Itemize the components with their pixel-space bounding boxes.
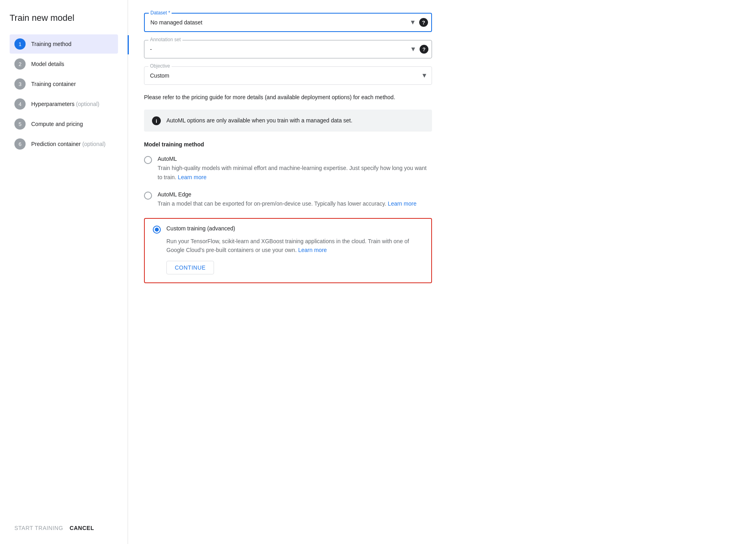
active-step-bar [128, 35, 129, 54]
sidebar-step-1[interactable]: 1Training method [10, 34, 118, 54]
objective-chevron-icon[interactable]: ▼ [420, 72, 428, 80]
annotation-set-field-icons: ▼ ? [409, 45, 428, 54]
objective-value: Custom [150, 72, 412, 79]
objective-field-icons: ▼ [420, 72, 428, 80]
objective-label: Objective [148, 63, 172, 69]
page-title: Train new model [10, 13, 118, 23]
objective-field-group: Objective Custom ▼ [144, 66, 740, 85]
custom-training-radio-inner [155, 228, 159, 232]
step-circle-2: 2 [14, 58, 26, 70]
dataset-help-icon[interactable]: ? [419, 18, 428, 27]
step-circle-4: 4 [14, 98, 26, 110]
step-circle-3: 3 [14, 78, 26, 90]
cancel-button[interactable]: CANCEL [70, 525, 94, 531]
sidebar-step-5[interactable]: 5Compute and pricing [10, 114, 118, 134]
custom-training-title: Custom training (advanced) [166, 225, 235, 232]
dataset-field-icons: ▼ ? [409, 18, 428, 27]
dataset-chevron-icon[interactable]: ▼ [409, 18, 417, 26]
dataset-label: Dataset * [149, 10, 172, 16]
sidebar-actions: START TRAINING CANCEL [10, 518, 118, 531]
step-label-4: Hyperparameters (optional) [31, 101, 99, 107]
sidebar-step-3[interactable]: 3Training container [10, 74, 118, 94]
custom-training-radio[interactable] [153, 226, 161, 234]
continue-button[interactable]: CONTINUE [166, 261, 214, 274]
sidebar-step-6[interactable]: 6Prediction container (optional) [10, 134, 118, 154]
automl-edge-title: AutoML Edge [158, 191, 416, 198]
sidebar-step-4[interactable]: 4Hyperparameters (optional) [10, 94, 118, 114]
main-content: Dataset * No managed dataset ▼ ? Annotat… [128, 0, 756, 544]
info-banner: i AutoML options are only available when… [144, 110, 432, 132]
sidebar-step-2[interactable]: 2Model details [10, 54, 118, 74]
automl-edge-content: AutoML Edge Train a model that can be ex… [158, 191, 416, 208]
info-banner-icon: i [152, 116, 161, 125]
step-circle-1: 1 [14, 38, 26, 50]
sidebar: Train new model 1Training method2Model d… [0, 0, 128, 544]
start-training-button[interactable]: START TRAINING [14, 525, 63, 531]
step-circle-5: 5 [14, 118, 26, 130]
step-label-1: Training method [31, 41, 72, 47]
annotation-chevron-icon[interactable]: ▼ [409, 45, 417, 53]
step-label-2: Model details [31, 61, 64, 67]
annotation-help-icon[interactable]: ? [420, 45, 428, 54]
automl-desc: Train high-quality models with minimal e… [158, 164, 432, 182]
custom-training-box: Custom training (advanced) Run your Tens… [144, 218, 432, 284]
annotation-set-select[interactable]: Annotation set - ▼ ? [144, 40, 432, 58]
annotation-set-value: - [150, 46, 412, 52]
step-label-5: Compute and pricing [31, 121, 83, 127]
automl-radio[interactable] [144, 156, 152, 164]
custom-training-desc: Run your TensorFlow, scikit-learn and XG… [166, 237, 423, 255]
custom-training-header: Custom training (advanced) [153, 225, 423, 234]
info-text: Please refer to the pricing guide for mo… [144, 93, 432, 102]
dataset-value: No managed dataset [150, 19, 412, 26]
annotation-set-label: Annotation set [148, 37, 182, 42]
step-circle-6: 6 [14, 138, 26, 150]
custom-training-learn-more-link[interactable]: Learn more [298, 247, 327, 253]
dataset-field-group: Dataset * No managed dataset ▼ ? [144, 13, 740, 32]
step-label-6: Prediction container (optional) [31, 141, 106, 147]
automl-content: AutoML Train high-quality models with mi… [158, 156, 432, 182]
automl-edge-radio[interactable] [144, 192, 152, 200]
automl-edge-desc: Train a model that can be exported for o… [158, 199, 416, 208]
automl-title: AutoML [158, 156, 432, 162]
automl-edge-learn-more-link[interactable]: Learn more [388, 200, 417, 207]
automl-option[interactable]: AutoML Train high-quality models with mi… [144, 156, 432, 182]
objective-select[interactable]: Objective Custom ▼ [144, 66, 432, 85]
annotation-set-field-group: Annotation set - ▼ ? [144, 40, 740, 58]
dataset-select[interactable]: Dataset * No managed dataset ▼ ? [144, 13, 432, 32]
automl-edge-option[interactable]: AutoML Edge Train a model that can be ex… [144, 191, 432, 208]
info-banner-text: AutoML options are only available when y… [166, 116, 352, 125]
automl-learn-more-link[interactable]: Learn more [178, 174, 207, 180]
step-list: 1Training method2Model details3Training … [10, 34, 118, 518]
section-title: Model training method [144, 141, 740, 148]
step-label-3: Training container [31, 81, 76, 87]
